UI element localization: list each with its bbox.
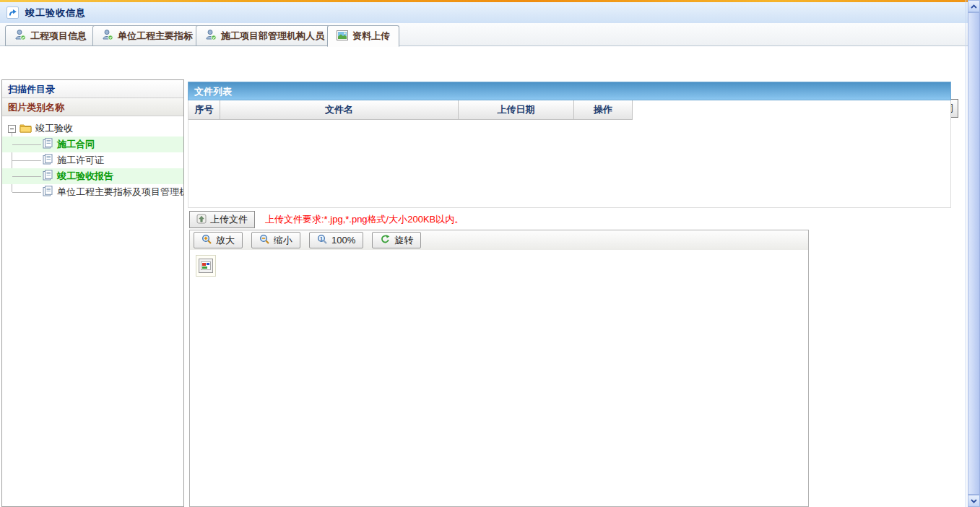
image-viewer-toolbar: 放大 缩小 1: [189, 230, 809, 251]
external-link-icon: [6, 6, 19, 19]
document-icon: [43, 170, 53, 183]
file-list-body-empty: [188, 120, 951, 208]
tree-item-construction-contract[interactable]: 施工合同: [2, 136, 183, 152]
tab-strip: 工程项目信息 单位工程主要指标: [0, 23, 968, 46]
upload-requirement-hint: 上传文件要求:*.jpg,*.png格式/大小200KB以内。: [265, 213, 464, 226]
tab-label: 单位工程主要指标: [118, 30, 193, 43]
action-toolbar: 送审部门: 泰州造价处 保存: [0, 47, 968, 79]
file-upload-panel: 文件列表 序号 文件名 上传日期 操作 上传文件 上传文件要求:*.jpg,*.…: [188, 82, 951, 507]
upload-button-label: 上传文件: [210, 213, 248, 226]
collapse-minus-icon[interactable]: [8, 125, 16, 133]
column-header-index: 序号: [188, 100, 220, 120]
zoom-in-label: 放大: [216, 234, 235, 247]
zoom-level-label: 100%: [331, 235, 355, 246]
file-list-title: 文件列表: [188, 82, 951, 100]
column-header-filename: 文件名: [220, 100, 459, 120]
tab-data-upload[interactable]: 资料上传: [327, 25, 399, 47]
person-check-icon: [14, 29, 26, 43]
category-tree: 竣工验收 施工合同: [2, 116, 183, 200]
tree-node-root[interactable]: 竣工验收: [2, 121, 183, 136]
tree-item-label: 单位工程主要指标及项目管理机构: [57, 186, 183, 199]
svg-text:1: 1: [320, 235, 323, 240]
upload-row: 上传文件 上传文件要求:*.jpg,*.png格式/大小200KB以内。: [189, 210, 464, 229]
tab-label: 工程项目信息: [30, 30, 87, 43]
tree-item-label: 施工合同: [57, 138, 95, 151]
scrollbar-thumb[interactable]: [968, 12, 980, 495]
zoom-reset-button[interactable]: 1 100%: [309, 232, 363, 248]
magnifier-plus-icon: [201, 234, 212, 247]
column-header-operation: 操作: [574, 100, 633, 120]
tree-item-label: 施工许可证: [57, 154, 104, 167]
scroll-down-icon[interactable]: [968, 495, 980, 507]
tree-children: 施工合同 施工许可证: [2, 136, 183, 200]
broken-image-icon: [199, 259, 213, 273]
tree-item-unit-indicators[interactable]: 单位工程主要指标及项目管理机构: [2, 184, 183, 200]
sidebar-category-header: 图片类别名称: [2, 98, 183, 116]
image-preview-area: [189, 250, 809, 507]
magnifier-100-icon: 1: [317, 234, 328, 247]
tree-item-construction-permit[interactable]: 施工许可证: [2, 152, 183, 168]
image-icon: [337, 30, 348, 43]
sidebar-title: 扫描件目录: [2, 80, 183, 98]
file-list-header-row: 序号 文件名 上传日期 操作: [188, 100, 951, 120]
rotate-label: 旋转: [394, 234, 413, 247]
tab-management-personnel[interactable]: 施工项目部管理机构人员: [196, 25, 334, 46]
zoom-out-button[interactable]: 缩小: [251, 232, 300, 248]
window-title-bar: 竣工验收信息: [0, 2, 968, 23]
tab-label: 资料上传: [352, 30, 390, 43]
rotate-button[interactable]: 旋转: [372, 232, 421, 248]
person-check-icon: [205, 29, 217, 43]
tree-root-label: 竣工验收: [35, 122, 73, 135]
folder-icon: [19, 123, 32, 135]
tab-unit-indicators[interactable]: 单位工程主要指标: [92, 25, 202, 46]
document-icon: [43, 154, 53, 167]
frame-divider: [966, 0, 966, 507]
page-title: 竣工验收信息: [25, 6, 86, 20]
zoom-in-button[interactable]: 放大: [194, 232, 243, 248]
upload-icon: [196, 214, 207, 226]
vertical-scrollbar[interactable]: [968, 0, 980, 507]
tab-label: 施工项目部管理机构人员: [221, 30, 324, 43]
broken-image-placeholder: [196, 255, 216, 277]
scroll-up-icon[interactable]: [968, 0, 980, 12]
person-check-icon: [102, 29, 113, 43]
completion-acceptance-page: 竣工验收信息 工程项目信息: [0, 0, 980, 507]
document-icon: [43, 138, 53, 151]
document-icon: [43, 186, 53, 199]
rotate-icon: [380, 234, 391, 247]
column-header-upload-date: 上传日期: [459, 100, 574, 120]
scanned-docs-sidebar: 扫描件目录 图片类别名称 竣工验收: [1, 79, 184, 507]
upload-file-button[interactable]: 上传文件: [189, 211, 255, 228]
magnifier-minus-icon: [259, 234, 270, 247]
header-filler: [633, 100, 950, 120]
zoom-out-label: 缩小: [274, 234, 292, 247]
tree-item-acceptance-report[interactable]: 竣工验收报告: [2, 168, 183, 184]
tab-project-info[interactable]: 工程项目信息: [5, 25, 96, 46]
tree-item-label: 竣工验收报告: [57, 170, 113, 183]
